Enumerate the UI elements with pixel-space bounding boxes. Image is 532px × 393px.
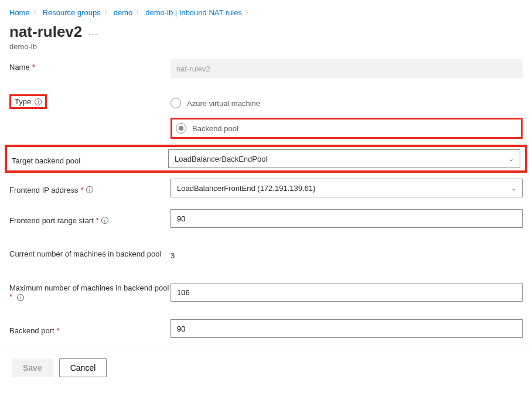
frontend-ip-value: LoadBalancerFrontEnd (172.191.139.61)	[177, 184, 315, 193]
required-indicator: *	[9, 292, 12, 301]
type-radio-group: Azure virtual machine Backend pool	[170, 94, 523, 139]
radio-backend-pool[interactable]: Backend pool	[176, 123, 238, 134]
frontend-ip-select[interactable]: LoadBalancerFrontEnd (172.191.139.61) ⌄	[170, 179, 523, 197]
breadcrumb-lb-inbound[interactable]: demo-lb | Inbound NAT rules	[145, 8, 242, 17]
target-backend-pool-value: LoadBalancerBackEndPool	[175, 155, 267, 163]
current-machines-value: 3	[170, 248, 523, 260]
label-max-machines: Maximum number of machines in backend po…	[9, 283, 169, 292]
label-name: Name	[9, 63, 30, 71]
required-indicator: *	[81, 186, 84, 194]
form-area: Name * nat-rulev2 Type i Azure virtual m…	[0, 59, 532, 338]
footer: Save Cancel	[0, 350, 532, 385]
target-backend-pool-select[interactable]: LoadBalancerBackEndPool ⌄	[168, 149, 520, 168]
frontend-port-start-input[interactable]	[170, 209, 523, 228]
chevron-down-icon: ⌄	[509, 155, 514, 163]
info-icon[interactable]: i	[17, 294, 24, 301]
required-indicator: *	[57, 326, 60, 335]
backend-port-input[interactable]	[170, 319, 523, 338]
required-indicator: *	[32, 63, 35, 71]
page-title: nat-rulev2	[9, 23, 82, 41]
breadcrumb-home[interactable]: Home	[9, 8, 30, 17]
required-indicator: *	[96, 216, 99, 225]
info-icon[interactable]: i	[35, 98, 42, 105]
info-icon[interactable]: i	[86, 186, 93, 193]
chevron-right-icon: 〉	[33, 9, 39, 17]
label-type: Type	[15, 97, 31, 106]
info-icon[interactable]: i	[101, 217, 108, 224]
label-target-backend-pool: Target backend pool	[12, 156, 80, 165]
subtitle: demo-lb	[0, 41, 532, 59]
chevron-right-icon: 〉	[104, 9, 110, 17]
breadcrumb-resource-groups[interactable]: Resource groups	[43, 8, 101, 17]
max-machines-input[interactable]	[170, 283, 523, 302]
radio-label-vm: Azure virtual machine	[187, 99, 260, 108]
chevron-down-icon: ⌄	[511, 184, 516, 192]
label-backend-port: Backend port	[9, 326, 54, 335]
name-input-disabled: nat-rulev2	[170, 59, 523, 78]
breadcrumb: Home 〉 Resource groups 〉 demo 〉 demo-lb …	[0, 0, 532, 19]
breadcrumb-demo[interactable]: demo	[114, 8, 133, 17]
label-frontend-port-start: Frontend port range start	[9, 216, 94, 225]
radio-label-pool: Backend pool	[192, 124, 238, 133]
cancel-button[interactable]: Cancel	[59, 358, 107, 377]
radio-azure-vm[interactable]: Azure virtual machine	[170, 98, 523, 108]
label-frontend-ip: Frontend IP address	[9, 186, 79, 194]
chevron-right-icon: 〉	[136, 9, 142, 17]
label-current-machines: Current number of machines in backend po…	[9, 250, 161, 258]
chevron-right-icon: 〉	[245, 9, 251, 17]
radio-circle-selected-icon	[176, 123, 186, 134]
more-actions-button[interactable]: ···	[88, 29, 98, 39]
radio-circle-icon	[170, 98, 181, 108]
save-button[interactable]: Save	[12, 358, 53, 377]
